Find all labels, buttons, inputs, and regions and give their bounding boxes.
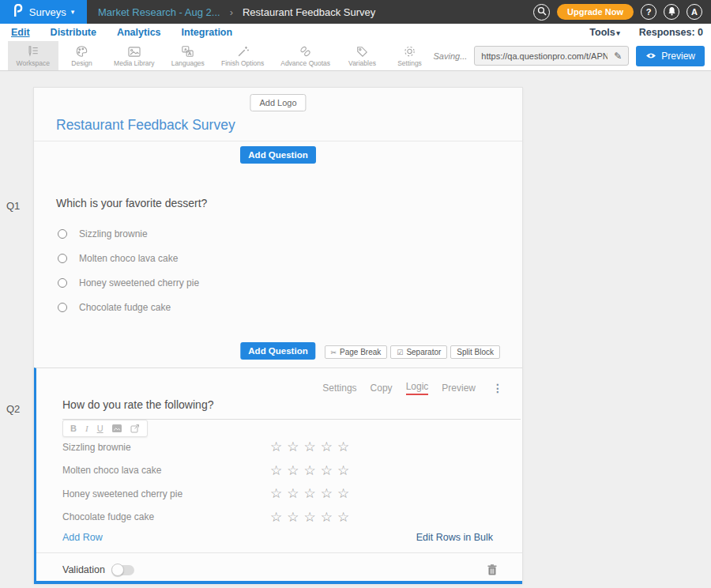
help-button[interactable]: ?: [641, 4, 656, 20]
q1-option-4[interactable]: Chocolate fudge cake: [58, 302, 199, 313]
q2-copy-link[interactable]: Copy: [371, 383, 393, 394]
gear-icon: [403, 44, 416, 58]
responses-count[interactable]: Responses: 0: [639, 27, 703, 38]
add-row-link[interactable]: Add Row: [62, 532, 103, 543]
survey-canvas: Q1 Q2 Add Logo Restaurant Feedback Surve…: [0, 71, 711, 588]
question-block-q2-selected[interactable]: Settings Copy Logic Preview ⋮ How do you…: [34, 368, 522, 584]
chevron-down-icon: ▾: [616, 29, 620, 37]
upgrade-now-button[interactable]: Upgrade Now: [557, 4, 634, 20]
eye-icon: [645, 51, 656, 62]
insert-mini-buttons: ✂ Page Break ☑ Separator Split Block: [325, 345, 501, 359]
question-block-q1[interactable]: Which is your favorite dessert? Sizzling…: [34, 168, 522, 368]
q2-preview-link[interactable]: Preview: [442, 383, 476, 394]
insert-link-button[interactable]: [130, 424, 140, 433]
validation-label: Validation: [62, 564, 105, 575]
edit-url-pencil-icon[interactable]: ✎: [608, 51, 628, 62]
toolbar-item-advance-quotas[interactable]: Advance Quotas: [273, 41, 339, 70]
toolbar-item-languages[interactable]: Languages: [163, 41, 213, 70]
q1-options: Sizzling brownie Molten choco lava cake …: [58, 228, 199, 313]
star-rating-icons[interactable]: ☆☆☆☆☆: [270, 439, 354, 455]
page-break-icon: ✂: [331, 349, 337, 356]
kebab-menu-icon[interactable]: ⋮: [492, 382, 503, 394]
tag-icon: [356, 44, 369, 58]
palette-icon: [75, 44, 88, 58]
q1-question-text[interactable]: Which is your favorite dessert?: [56, 197, 207, 209]
topbar: Surveys ▾ Market Research - Aug 2... › R…: [0, 0, 711, 24]
tab-integration[interactable]: Integration: [182, 27, 233, 38]
nav-tabs: Edit Distribute Analytics Integration: [11, 27, 232, 38]
q2-action-menu: Settings Copy Logic Preview ⋮: [322, 381, 503, 395]
star-rating-icons[interactable]: ☆☆☆☆☆: [270, 485, 354, 502]
q2-rating-rows: Sizzling brownie ☆☆☆☆☆ Molten choco lava…: [62, 435, 498, 529]
separator-button[interactable]: ☑ Separator: [390, 345, 447, 359]
saving-status: Saving...: [434, 51, 468, 61]
toolbar-item-media-library[interactable]: Media Library: [106, 41, 164, 70]
translate-icon: [181, 44, 194, 58]
preview-button[interactable]: Preview: [636, 46, 705, 66]
rating-row-1: Sizzling brownie ☆☆☆☆☆: [62, 435, 498, 459]
add-question-row-top: Add Question: [34, 141, 522, 168]
edit-rows-in-bulk-link[interactable]: Edit Rows in Bulk: [416, 532, 493, 543]
toolbar-item-workspace[interactable]: Workspace: [8, 41, 58, 70]
tab-edit[interactable]: Edit: [11, 27, 30, 38]
toolbar-item-variables[interactable]: Variables: [339, 41, 386, 70]
q2-logic-link[interactable]: Logic: [406, 381, 429, 395]
bell-icon: [668, 6, 676, 17]
magic-wand-icon: [236, 44, 250, 58]
survey-nav: Edit Distribute Analytics Integration To…: [0, 24, 711, 41]
toolbar-right: Saving... ✎ Preview: [434, 41, 711, 70]
survey-header-section: Add Logo Restaurant Feedback Survey: [34, 88, 522, 141]
tools-menu[interactable]: Tools ▾: [589, 27, 619, 38]
question-number-q2: Q2: [6, 403, 20, 415]
toolbar-item-design[interactable]: Design: [58, 41, 106, 70]
rating-row-3: Honey sweetened cherry pie ☆☆☆☆☆: [62, 482, 498, 506]
survey-url-input[interactable]: [475, 51, 608, 61]
star-rating-icons[interactable]: ☆☆☆☆☆: [270, 462, 354, 479]
page-break-button[interactable]: ✂ Page Break: [325, 345, 388, 359]
q1-option-2[interactable]: Molten choco lava cake: [58, 253, 199, 264]
bold-button[interactable]: B: [70, 424, 77, 433]
image-icon: [127, 44, 141, 58]
q2-question-input[interactable]: How do you rate the following?: [62, 398, 521, 420]
radio-icon[interactable]: [58, 229, 67, 239]
q2-footer-divider: [36, 552, 522, 553]
toggle-knob: [111, 564, 124, 576]
rating-row-2: Molten choco lava cake ☆☆☆☆☆: [62, 459, 498, 483]
radio-icon[interactable]: [58, 303, 67, 312]
survey-title[interactable]: Restaurant Feedback Survey: [56, 117, 235, 134]
account-avatar[interactable]: A: [687, 4, 702, 20]
search-button[interactable]: [533, 4, 550, 21]
validation-toggle[interactable]: [113, 565, 134, 575]
insert-actions-row: Add Question ✂ Page Break ☑ Separator Sp…: [34, 345, 522, 361]
notifications-button[interactable]: [664, 4, 679, 20]
delete-question-button[interactable]: [487, 564, 497, 575]
add-logo-button[interactable]: Add Logo: [250, 94, 306, 111]
breadcrumb-chevron-icon: ›: [230, 6, 233, 18]
toolbar-item-settings[interactable]: Settings: [386, 41, 434, 70]
workspace-icon: [26, 44, 40, 58]
tab-analytics[interactable]: Analytics: [117, 27, 161, 38]
underline-button[interactable]: U: [97, 424, 103, 433]
insert-image-button[interactable]: [112, 424, 122, 432]
radio-icon[interactable]: [58, 278, 67, 288]
split-block-button[interactable]: Split Block: [450, 345, 500, 359]
tab-distribute[interactable]: Distribute: [51, 27, 96, 38]
topbar-actions: Upgrade Now ? A: [533, 4, 711, 21]
question-number-q1: Q1: [6, 200, 20, 212]
breadcrumb: Market Research - Aug 2... › Restaurant …: [98, 6, 375, 18]
q1-option-3[interactable]: Honey sweetened cherry pie: [58, 277, 199, 288]
italic-button[interactable]: I: [85, 424, 88, 433]
breadcrumb-folder[interactable]: Market Research - Aug 2...: [98, 6, 220, 18]
surveys-menu[interactable]: Surveys ▾: [0, 0, 87, 24]
add-question-button-top[interactable]: Add Question: [240, 146, 315, 164]
questionpro-logo-icon: [13, 4, 23, 21]
radio-icon[interactable]: [58, 254, 67, 263]
q2-settings-link[interactable]: Settings: [322, 383, 356, 394]
add-question-button-middle[interactable]: Add Question: [240, 342, 315, 360]
q1-option-1[interactable]: Sizzling brownie: [58, 228, 199, 239]
nav-right: Tools ▾ Responses: 0: [589, 27, 703, 38]
rich-text-toolbar: B I U: [62, 420, 148, 437]
toolbar-item-finish-options[interactable]: Finish Options: [213, 41, 272, 70]
star-rating-icons[interactable]: ☆☆☆☆☆: [270, 509, 354, 526]
separator-icon: ☑: [397, 349, 403, 356]
